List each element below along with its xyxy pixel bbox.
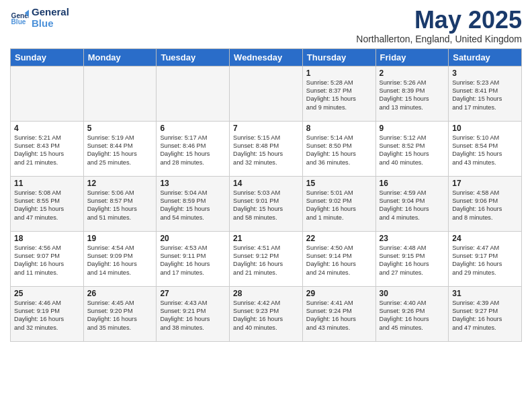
day-number: 23 [380, 234, 445, 243]
calendar-cell: 13Sunrise: 5:04 AM Sunset: 8:59 PM Dayli… [157, 176, 230, 231]
day-info: Sunrise: 5:19 AM Sunset: 8:44 PM Dayligh… [87, 134, 153, 167]
calendar-cell: 31Sunrise: 4:39 AM Sunset: 9:27 PM Dayli… [449, 286, 522, 341]
calendar-cell [83, 66, 157, 121]
logo-general: General [32, 7, 69, 18]
svg-text:Blue: Blue [11, 18, 26, 26]
day-number: 20 [160, 234, 226, 243]
day-info: Sunrise: 4:54 AM Sunset: 9:09 PM Dayligh… [87, 244, 153, 277]
day-number: 29 [306, 289, 372, 298]
weekday-header-thursday: Thursday [302, 48, 375, 66]
day-info: Sunrise: 5:26 AM Sunset: 8:39 PM Dayligh… [380, 79, 445, 112]
weekday-header-tuesday: Tuesday [157, 48, 230, 66]
calendar-cell: 16Sunrise: 4:59 AM Sunset: 9:04 PM Dayli… [375, 176, 449, 231]
day-number: 9 [380, 124, 445, 133]
day-info: Sunrise: 4:53 AM Sunset: 9:11 PM Dayligh… [160, 244, 226, 277]
day-number: 13 [160, 179, 226, 188]
calendar-cell: 23Sunrise: 4:48 AM Sunset: 9:15 PM Dayli… [375, 231, 449, 286]
day-number: 11 [14, 179, 80, 188]
day-info: Sunrise: 4:42 AM Sunset: 9:23 PM Dayligh… [233, 299, 299, 332]
day-info: Sunrise: 5:21 AM Sunset: 8:43 PM Dayligh… [14, 134, 80, 167]
day-info: Sunrise: 5:04 AM Sunset: 8:59 PM Dayligh… [160, 189, 226, 222]
day-info: Sunrise: 4:47 AM Sunset: 9:17 PM Dayligh… [452, 244, 518, 277]
day-number: 31 [452, 289, 518, 298]
day-info: Sunrise: 5:23 AM Sunset: 8:41 PM Dayligh… [452, 79, 518, 112]
calendar-cell: 21Sunrise: 4:51 AM Sunset: 9:12 PM Dayli… [230, 231, 303, 286]
calendar-cell: 17Sunrise: 4:58 AM Sunset: 9:06 PM Dayli… [449, 176, 522, 231]
calendar-cell: 29Sunrise: 4:41 AM Sunset: 9:24 PM Dayli… [302, 286, 375, 341]
day-number: 22 [306, 234, 372, 243]
day-info: Sunrise: 5:14 AM Sunset: 8:50 PM Dayligh… [306, 134, 372, 167]
calendar-cell: 6Sunrise: 5:17 AM Sunset: 8:46 PM Daylig… [157, 121, 230, 176]
logo: General Blue General Blue [10, 7, 69, 29]
calendar-cell: 7Sunrise: 5:15 AM Sunset: 8:48 PM Daylig… [230, 121, 303, 176]
day-info: Sunrise: 4:48 AM Sunset: 9:15 PM Dayligh… [380, 244, 445, 277]
calendar-cell: 4Sunrise: 5:21 AM Sunset: 8:43 PM Daylig… [11, 121, 84, 176]
calendar-cell [157, 66, 230, 121]
page: General Blue General Blue May 2025 North… [0, 0, 532, 411]
day-number: 16 [380, 179, 445, 188]
calendar-cell: 19Sunrise: 4:54 AM Sunset: 9:09 PM Dayli… [83, 231, 157, 286]
calendar-cell: 9Sunrise: 5:12 AM Sunset: 8:52 PM Daylig… [375, 121, 449, 176]
day-info: Sunrise: 5:15 AM Sunset: 8:48 PM Dayligh… [233, 134, 299, 167]
day-info: Sunrise: 5:12 AM Sunset: 8:52 PM Dayligh… [380, 134, 445, 167]
day-info: Sunrise: 4:45 AM Sunset: 9:20 PM Dayligh… [87, 299, 153, 332]
day-number: 30 [380, 289, 445, 298]
weekday-header-saturday: Saturday [449, 48, 522, 66]
day-info: Sunrise: 5:01 AM Sunset: 9:02 PM Dayligh… [306, 189, 372, 222]
weekday-header-wednesday: Wednesday [230, 48, 303, 66]
header: General Blue General Blue May 2025 North… [10, 7, 522, 44]
day-info: Sunrise: 5:06 AM Sunset: 8:57 PM Dayligh… [87, 189, 153, 222]
day-number: 6 [160, 124, 226, 133]
day-number: 12 [87, 179, 153, 188]
day-number: 4 [14, 124, 80, 133]
calendar-cell: 20Sunrise: 4:53 AM Sunset: 9:11 PM Dayli… [157, 231, 230, 286]
day-number: 15 [306, 179, 372, 188]
calendar-cell: 3Sunrise: 5:23 AM Sunset: 8:41 PM Daylig… [449, 66, 522, 121]
day-number: 3 [452, 68, 518, 78]
day-info: Sunrise: 5:10 AM Sunset: 8:54 PM Dayligh… [452, 134, 518, 167]
calendar-cell: 30Sunrise: 4:40 AM Sunset: 9:26 PM Dayli… [375, 286, 449, 341]
calendar-cell: 27Sunrise: 4:43 AM Sunset: 9:21 PM Dayli… [157, 286, 230, 341]
day-number: 19 [87, 234, 153, 243]
week-row-2: 4Sunrise: 5:21 AM Sunset: 8:43 PM Daylig… [11, 121, 522, 176]
day-info: Sunrise: 5:28 AM Sunset: 8:37 PM Dayligh… [306, 79, 372, 112]
calendar-cell: 8Sunrise: 5:14 AM Sunset: 8:50 PM Daylig… [302, 121, 375, 176]
week-row-5: 25Sunrise: 4:46 AM Sunset: 9:19 PM Dayli… [11, 286, 522, 341]
day-info: Sunrise: 5:03 AM Sunset: 9:01 PM Dayligh… [233, 189, 299, 222]
day-number: 7 [233, 124, 299, 133]
day-info: Sunrise: 4:58 AM Sunset: 9:06 PM Dayligh… [452, 189, 518, 222]
calendar-cell: 26Sunrise: 4:45 AM Sunset: 9:20 PM Dayli… [83, 286, 157, 341]
day-number: 18 [14, 234, 80, 243]
day-number: 27 [160, 289, 226, 298]
week-row-1: 1Sunrise: 5:28 AM Sunset: 8:37 PM Daylig… [11, 66, 522, 121]
calendar-table: SundayMondayTuesdayWednesdayThursdayFrid… [10, 48, 522, 342]
logo-icon: General Blue [10, 9, 29, 28]
day-number: 26 [87, 289, 153, 298]
month-title: May 2025 [356, 7, 522, 34]
logo-blue: Blue [32, 18, 69, 30]
title-block: May 2025 Northallerton, England, United … [356, 7, 522, 44]
location: Northallerton, England, United Kingdom [356, 34, 522, 44]
day-info: Sunrise: 4:46 AM Sunset: 9:19 PM Dayligh… [14, 299, 80, 332]
day-info: Sunrise: 4:59 AM Sunset: 9:04 PM Dayligh… [380, 189, 445, 222]
day-info: Sunrise: 4:56 AM Sunset: 9:07 PM Dayligh… [14, 244, 80, 277]
day-number: 25 [14, 289, 80, 298]
calendar-cell: 11Sunrise: 5:08 AM Sunset: 8:55 PM Dayli… [11, 176, 84, 231]
weekday-header-sunday: Sunday [11, 48, 84, 66]
day-info: Sunrise: 4:50 AM Sunset: 9:14 PM Dayligh… [306, 244, 372, 277]
day-info: Sunrise: 4:43 AM Sunset: 9:21 PM Dayligh… [160, 299, 226, 332]
weekday-header-row: SundayMondayTuesdayWednesdayThursdayFrid… [11, 48, 522, 66]
day-number: 8 [306, 124, 372, 133]
day-info: Sunrise: 4:39 AM Sunset: 9:27 PM Dayligh… [452, 299, 518, 332]
calendar-cell: 14Sunrise: 5:03 AM Sunset: 9:01 PM Dayli… [230, 176, 303, 231]
day-number: 21 [233, 234, 299, 243]
day-number: 10 [452, 124, 518, 133]
calendar-cell [230, 66, 303, 121]
calendar-cell: 2Sunrise: 5:26 AM Sunset: 8:39 PM Daylig… [375, 66, 449, 121]
day-number: 28 [233, 289, 299, 298]
weekday-header-monday: Monday [83, 48, 157, 66]
day-number: 2 [380, 68, 445, 78]
day-info: Sunrise: 5:08 AM Sunset: 8:55 PM Dayligh… [14, 189, 80, 222]
calendar-cell: 1Sunrise: 5:28 AM Sunset: 8:37 PM Daylig… [302, 66, 375, 121]
day-number: 24 [452, 234, 518, 243]
